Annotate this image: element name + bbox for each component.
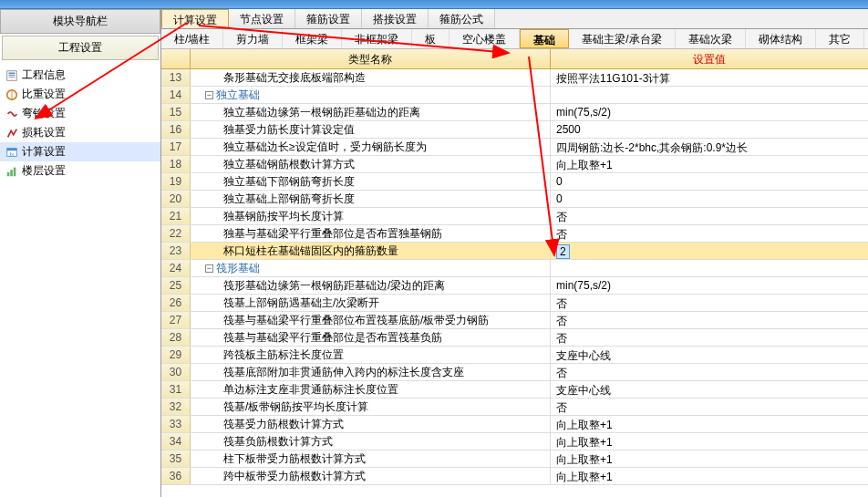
row-name: − 独立基础 xyxy=(191,87,551,103)
row-value[interactable]: 0 xyxy=(551,191,868,207)
tree-label: 损耗设置 xyxy=(22,125,66,140)
row-value[interactable]: 四周钢筋:边长-2*bhc,其余钢筋:0.9*边长 xyxy=(551,139,868,155)
row-name: 筏基与基础梁平行重叠部位布置筏基底筋/板带受力钢筋 xyxy=(191,312,551,328)
sidebar-tree: 工程信息比重设置弯钩设置损耗设置fx计算设置楼层设置 xyxy=(0,62,160,184)
table-row[interactable]: 17独立基础边长≥设定值时，受力钢筋长度为四周钢筋:边长-2*bhc,其余钢筋:… xyxy=(161,139,868,156)
row-value[interactable]: 否 xyxy=(551,399,868,415)
row-name: 柱下板带受力筋根数计算方式 xyxy=(191,450,551,467)
row-value[interactable]: 支座中心线 xyxy=(551,381,868,398)
grid-body[interactable]: 13条形基础无交接底板端部构造按照平法11G101-3计算14− 独立基础15独… xyxy=(161,69,868,495)
collapse-icon[interactable]: − xyxy=(205,264,213,273)
header-value: 设置值 xyxy=(551,49,868,68)
sub-tab[interactable]: 非框架梁 xyxy=(342,29,412,48)
row-value[interactable]: 否 xyxy=(551,312,868,328)
collapse-icon[interactable]: − xyxy=(205,91,213,99)
top-tab[interactable]: 箍筋设置 xyxy=(295,9,362,28)
row-value[interactable]: 向上取整+1 xyxy=(551,468,868,484)
tree-icon xyxy=(5,88,18,101)
row-value[interactable]: 向上取整+1 xyxy=(551,416,868,432)
table-row[interactable]: 30筏基底部附加非贯通筋伸入跨内的标注长度含支座否 xyxy=(161,364,868,381)
svg-rect-10 xyxy=(10,170,13,176)
svg-rect-11 xyxy=(14,167,16,176)
row-value[interactable]: 支座中心线 xyxy=(551,347,868,363)
row-name: 独立基础钢筋根数计算方式 xyxy=(191,156,551,172)
table-row[interactable]: 29跨筏板主筋标注长度位置支座中心线 xyxy=(161,347,868,364)
row-value[interactable]: 否 xyxy=(551,329,868,346)
sidebar-item-0[interactable]: 工程信息 xyxy=(0,66,160,85)
table-row[interactable]: 19独立基础下部钢筋弯折长度0 xyxy=(161,173,868,191)
row-number: 27 xyxy=(161,312,191,328)
top-tab[interactable]: 节点设置 xyxy=(229,9,295,28)
row-value[interactable]: min(75,s/2) xyxy=(551,277,868,294)
row-value[interactable]: 否 xyxy=(551,208,868,224)
row-value[interactable]: min(75,s/2) xyxy=(551,104,868,120)
table-row[interactable]: 13条形基础无交接底板端部构造按照平法11G101-3计算 xyxy=(161,69,868,87)
row-value[interactable]: 否 xyxy=(551,225,868,242)
sub-tab[interactable]: 基础 xyxy=(520,29,569,48)
table-row[interactable]: 31单边标注支座非贯通筋标注长度位置支座中心线 xyxy=(161,381,868,399)
row-number: 14 xyxy=(161,87,191,103)
table-row[interactable]: 36跨中板带受力筋根数计算方式向上取整+1 xyxy=(161,468,868,485)
table-row[interactable]: 23杯口短柱在基础锚固区内的箍筋数量2 xyxy=(161,243,868,260)
row-name: 单边标注支座非贯通筋标注长度位置 xyxy=(191,381,551,398)
sub-tab[interactable]: 剪力墙 xyxy=(223,29,283,48)
sub-tab[interactable]: 柱/墙柱 xyxy=(161,29,223,48)
sidebar-item-1[interactable]: 比重设置 xyxy=(0,85,160,104)
sidebar-item-2[interactable]: 弯钩设置 xyxy=(0,104,160,123)
table-row[interactable]: 18独立基础钢筋根数计算方式向上取整+1 xyxy=(161,156,868,173)
row-number: 35 xyxy=(161,450,191,467)
row-value[interactable]: 2 xyxy=(551,243,868,259)
sub-tab[interactable]: 其它 xyxy=(816,29,864,48)
table-row[interactable]: 15独立基础边缘第一根钢筋距基础边的距离min(75,s/2) xyxy=(161,104,868,121)
table-row[interactable]: 27筏基与基础梁平行重叠部位布置筏基底筋/板带受力钢筋否 xyxy=(161,312,868,329)
sub-tab[interactable]: 空心楼盖 xyxy=(450,29,520,48)
row-value[interactable]: 向上取整+1 xyxy=(551,433,868,450)
sub-tab[interactable]: 砌体结构 xyxy=(746,29,816,48)
sub-tab[interactable]: 框架梁 xyxy=(283,29,342,48)
row-value[interactable]: 向上取整+1 xyxy=(551,450,868,467)
row-value[interactable]: 否 xyxy=(551,295,868,311)
top-tab[interactable]: 计算设置 xyxy=(161,9,229,28)
table-row[interactable]: 22独基与基础梁平行重叠部位是否布置独基钢筋否 xyxy=(161,225,868,243)
sub-tab[interactable]: 板 xyxy=(412,29,450,48)
row-number: 22 xyxy=(161,225,191,242)
top-tab[interactable]: 箍筋公式 xyxy=(429,9,495,28)
row-value[interactable]: 否 xyxy=(551,364,868,380)
sidebar: 模块导航栏 工程设置 工程信息比重设置弯钩设置损耗设置fx计算设置楼层设置 xyxy=(0,9,161,497)
row-name: 筏基底部附加非贯通筋伸入跨内的标注长度含支座 xyxy=(191,364,551,380)
table-row[interactable]: 32筏基/板带钢筋按平均长度计算否 xyxy=(161,399,868,416)
table-row[interactable]: 28筏基与基础梁平行重叠部位是否布置筏基负筋否 xyxy=(161,329,868,347)
row-value[interactable]: 0 xyxy=(551,173,868,190)
row-value[interactable]: 向上取整+1 xyxy=(551,156,868,172)
row-number: 26 xyxy=(161,295,191,311)
row-name: 跨中板带受力筋根数计算方式 xyxy=(191,468,551,484)
table-row[interactable]: 16独基受力筋长度计算设定值2500 xyxy=(161,121,868,139)
row-value[interactable]: 按照平法11G101-3计算 xyxy=(551,69,868,86)
sidebar-item-5[interactable]: 楼层设置 xyxy=(0,161,160,181)
sidebar-item-3[interactable]: 损耗设置 xyxy=(0,123,160,142)
row-number: 28 xyxy=(161,329,191,346)
row-value[interactable]: 2500 xyxy=(551,121,868,138)
table-row[interactable]: 35柱下板带受力筋根数计算方式向上取整+1 xyxy=(161,450,868,468)
table-row[interactable]: 21独基钢筋按平均长度计算否 xyxy=(161,208,868,225)
table-row[interactable]: 26筏基上部钢筋遇基础主/次梁断开否 xyxy=(161,295,868,312)
row-number: 16 xyxy=(161,121,191,138)
tree-icon xyxy=(5,108,18,120)
table-row[interactable]: 24− 筏形基础 xyxy=(161,260,868,277)
sub-tab[interactable]: 基础次梁 xyxy=(676,29,746,48)
row-value[interactable] xyxy=(551,87,868,103)
row-name: 独立基础边长≥设定值时，受力钢筋长度为 xyxy=(191,139,551,155)
table-row[interactable]: 25筏形基础边缘第一根钢筋距基础边/梁边的距离min(75,s/2) xyxy=(161,277,868,295)
table-row[interactable]: 20独立基础上部钢筋弯折长度0 xyxy=(161,191,868,208)
sub-tab[interactable]: 基础主梁/承台梁 xyxy=(569,29,675,48)
top-tab[interactable]: 搭接设置 xyxy=(362,9,429,28)
value-input[interactable]: 2 xyxy=(556,244,570,259)
table-row[interactable]: 14− 独立基础 xyxy=(161,87,868,104)
table-row[interactable]: 34筏基负筋根数计算方式向上取整+1 xyxy=(161,433,868,450)
project-settings-button[interactable]: 工程设置 xyxy=(2,36,159,60)
row-name: 筏基/板带钢筋按平均长度计算 xyxy=(191,399,551,415)
sidebar-item-4[interactable]: fx计算设置 xyxy=(0,142,160,161)
table-row[interactable]: 33筏基受力筋根数计算方式向上取整+1 xyxy=(161,416,868,433)
tree-icon xyxy=(5,165,18,178)
row-value[interactable] xyxy=(551,260,868,276)
